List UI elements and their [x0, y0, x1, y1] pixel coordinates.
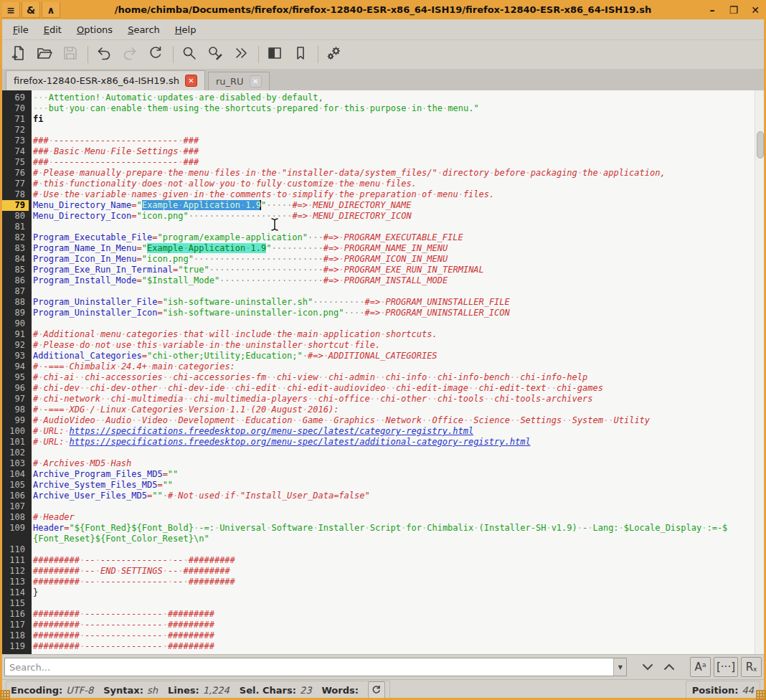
code-text: #·AudioVideo··Audio··Video··Development·…	[33, 415, 650, 426]
tab-label: firefox-12840-ESR-x86_64-ISH19.sh	[14, 75, 179, 86]
code-text: ###·------------------------·###	[33, 157, 199, 168]
code-line: 103#·Archives·MD5·Hash	[0, 458, 766, 469]
open-file-button[interactable]	[36, 46, 53, 63]
code-line: 117#########·---------------·#########	[0, 620, 766, 630]
line-number: 70	[0, 103, 29, 114]
code-line: 113#########·--·-------------·--·#######…	[0, 577, 766, 587]
menu-item-help[interactable]: Help	[175, 24, 197, 35]
line-number: 109	[0, 523, 29, 534]
tab-document[interactable]: firefox-12840-ESR-x86_64-ISH19.sh✕	[6, 70, 205, 90]
code-line: 110	[0, 544, 766, 555]
whole-words-toggle[interactable]: [···]	[714, 657, 738, 677]
new-file-icon	[11, 45, 27, 64]
undo-button[interactable]	[95, 46, 113, 63]
minimize-button[interactable]: –	[701, 0, 723, 19]
code-text: Menu_Directory_Name="Example·Application…	[33, 200, 412, 211]
line-number: 95	[0, 372, 29, 383]
menu-item-file[interactable]: File	[13, 24, 29, 35]
code-text: #·URL:·https://specifications.freedeskto…	[33, 426, 473, 437]
code-text: Archive_Program_Files_MD5=""	[33, 469, 178, 480]
new-file-button[interactable]	[10, 46, 27, 63]
code-text: }	[33, 587, 38, 598]
line-number: 84	[0, 254, 29, 265]
more-tools-button[interactable]	[232, 46, 250, 63]
redo-button[interactable]	[121, 46, 138, 63]
menu-item-edit[interactable]: Edit	[44, 24, 62, 35]
tab-close-icon[interactable]: ✕	[185, 75, 197, 87]
settings-button[interactable]	[326, 46, 343, 63]
line-number: 98	[0, 405, 29, 415]
code-text: Menu_Directory_Icon="icon.png"··········…	[33, 211, 412, 222]
position-label: Position:	[692, 685, 739, 696]
recalculate-words-button[interactable]	[368, 681, 385, 699]
line-number: 97	[0, 394, 29, 405]
status-label: Lines:	[168, 685, 199, 696]
search-input[interactable]	[5, 658, 613, 676]
find-button[interactable]	[181, 46, 198, 63]
app-logo-icon: &	[27, 4, 35, 16]
code-line: 71fi	[0, 114, 766, 125]
toggle-sidebar-button[interactable]	[266, 46, 283, 63]
reload-button[interactable]	[147, 46, 164, 63]
case-sensitive-toggle[interactable]: Aa	[690, 657, 711, 677]
code-text: ···Attention!·Automatic·updates·are·disa…	[33, 93, 323, 103]
code-text: #·-===·XDG·/·Linux·Categories·Version·1.…	[33, 405, 339, 415]
save-file-button[interactable]	[62, 46, 79, 63]
scrollbar-thumb[interactable]	[757, 131, 764, 159]
status-value: 23	[300, 685, 312, 696]
code-line: 100#·URL:·https://specifications.freedes…	[0, 426, 766, 437]
code-text: #########·---------------·#########	[33, 641, 214, 652]
line-number: 106	[0, 491, 29, 501]
line-number: 78	[0, 189, 29, 200]
shade-window-button[interactable]: ∧	[42, 1, 60, 18]
bookmark-button[interactable]	[292, 46, 309, 63]
line-number: 82	[0, 232, 29, 243]
code-text: #########·--·END·SETTINGS·--·#########	[33, 566, 230, 577]
line-number: 105	[0, 480, 29, 491]
line-number: 100	[0, 426, 29, 437]
code-line: 102	[0, 448, 766, 458]
maximize-button[interactable]: ❐	[723, 0, 744, 19]
search-history-dropdown[interactable]: ▼	[613, 658, 626, 676]
dropdown-arrow-icon: ▼	[618, 664, 623, 671]
window-menu-button[interactable]: ≡	[1, 1, 20, 18]
tab-ru_RU[interactable]: ru_RU✕	[208, 72, 270, 90]
menu-item-options[interactable]: Options	[77, 24, 113, 35]
line-number: 107	[0, 501, 29, 512]
search-combo: ▼	[4, 658, 627, 676]
code-line: 101#·URL:·https://specifications.freedes…	[0, 437, 766, 448]
code-line: 92#·Please·do·not·use·this·variable·in·t…	[0, 340, 766, 351]
line-number: 104	[0, 469, 29, 480]
line-number: 85	[0, 265, 29, 275]
code-text: Archive_User_Files_MD5=""·#·Not·used·if·…	[33, 491, 370, 501]
regex-toggle[interactable]: Rx	[741, 657, 762, 677]
code-text: {Font_Reset}${Font_Color_Reset}\n"	[33, 534, 209, 544]
app-icon-button[interactable]: &	[22, 1, 40, 18]
menu-item-search[interactable]: Search	[128, 24, 160, 35]
find-icon	[181, 45, 197, 64]
window-controls: – ❐ ✕	[701, 0, 766, 19]
code-text: #########·--·-------------·--·#########	[33, 555, 235, 566]
close-button[interactable]: ✕	[744, 0, 766, 19]
find-previous-button[interactable]	[658, 657, 680, 677]
find-next-button[interactable]	[637, 657, 658, 677]
line-number: 89	[0, 308, 29, 318]
position-value: 44	[742, 685, 754, 696]
code-line: 98#·-===·XDG·/·Linux·Categories·Version·…	[0, 405, 766, 415]
code-text: Additional_Categories="chi-other;Utility…	[33, 351, 438, 361]
vertical-scrollbar[interactable]	[755, 90, 766, 654]
tab-close-icon[interactable]: ✕	[250, 75, 262, 88]
line-number: 74	[0, 146, 29, 157]
line-number: 94	[0, 361, 29, 372]
window-title: /home/chimba/Documents/firefox/firefox-1…	[0, 4, 766, 15]
code-text: #·Use·the·variable·names·given·in·the·co…	[33, 189, 494, 200]
code-editor[interactable]: 69···Attention!·Automatic·updates·are·di…	[0, 90, 766, 654]
line-number: 80	[0, 211, 29, 222]
status-value: UTF-8	[66, 685, 93, 696]
chevron-up-icon	[663, 661, 676, 673]
code-line: 115	[0, 598, 766, 609]
code-line: 91#·Additional·menu·categories·that·will…	[0, 329, 766, 340]
line-number: 111	[0, 555, 29, 566]
save-file-icon	[62, 45, 78, 64]
find-replace-button[interactable]	[207, 46, 224, 63]
